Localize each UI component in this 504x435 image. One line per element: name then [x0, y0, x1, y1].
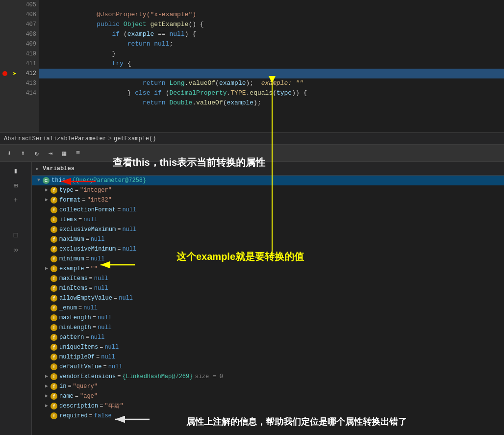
var-item-multipleOf[interactable]: ▶ f multipleOf = null — [32, 352, 504, 362]
var-item-required[interactable]: ▶ f required = false — [32, 411, 504, 421]
var-item-description[interactable]: ▶ f description = "年龄" — [32, 401, 504, 411]
var-item-allowEmptyValue[interactable]: ▶ f allowEmptyValue = null — [32, 293, 504, 303]
var-item-type[interactable]: ▶ f type = "integer" — [32, 185, 504, 195]
type-icon-minitems: f — [50, 285, 57, 292]
type-icon-exmin: f — [50, 246, 57, 253]
step-out-button[interactable]: ↻ — [31, 148, 42, 158]
type-icon-desc: f — [50, 403, 57, 409]
var-item-name[interactable]: ▶ f name = "age" — [32, 391, 504, 401]
expand-type[interactable]: ▶ — [44, 187, 50, 193]
type-icon-exmax: f — [50, 226, 57, 233]
expand-format[interactable]: ▶ — [44, 197, 50, 203]
breadcrumb-separator: > — [108, 135, 112, 142]
linenum-407: 407 — [25, 20, 36, 29]
var-item-items[interactable]: ▶ f items = null — [32, 215, 504, 225]
linenum-410: 410 — [25, 49, 36, 59]
panel-title: Variables — [43, 165, 75, 172]
var-item-in[interactable]: ▶ f in = "query" — [32, 382, 504, 391]
var-item-maxLength[interactable]: ▶ f maxLength = null — [32, 313, 504, 323]
code-line-411: if (BaseIntegerProperty.TYPE.equals(type… — [39, 59, 504, 69]
main-container: ➤ 405 406 407 408 409 410 411 412 413 41… — [0, 0, 504, 435]
var-item-uniqueItems[interactable]: ▶ f uniqueItems = null — [32, 342, 504, 352]
filter-icon[interactable]: ⊞ — [9, 179, 23, 192]
var-item-defaultValue[interactable]: ▶ f defaultValue = null — [32, 362, 504, 372]
code-line-414: return Double.valueOf(example); — [39, 88, 504, 98]
line-numbers: 405 406 407 408 409 410 411 412 413 414 — [20, 0, 39, 132]
var-item-exclusiveMinimum[interactable]: ▶ f exclusiveMinimum = null — [32, 244, 504, 254]
step-into-button[interactable]: ⬆ — [18, 148, 28, 158]
var-item-pattern[interactable]: ▶ f pattern = null — [32, 333, 504, 342]
type-icon-example: f — [50, 265, 57, 272]
code-lines: @JsonProperty("x-example") public Object… — [39, 0, 504, 98]
left-icon-panel: ▮ ⊞ + □ ∞ — [0, 162, 32, 435]
var-item-enum[interactable]: ▶ f _enum = null — [32, 303, 504, 313]
var-item-exclusiveMaximum[interactable]: ▶ f exclusiveMaximum = null — [32, 225, 504, 234]
type-icon-default: f — [50, 363, 57, 370]
expand-vendor[interactable]: ▶ — [44, 374, 50, 380]
code-line-412: return Long.valueOf(example); example: "… — [39, 69, 504, 78]
bottom-panel: ▮ ⊞ + □ ∞ ▶ Variables ▼ C this = — [0, 162, 504, 435]
breadcrumb: AbstractSerializableParameter > getExamp… — [0, 132, 504, 144]
code-line-409: } — [39, 39, 504, 49]
expand-example[interactable]: ▶ — [44, 266, 50, 272]
linenum-405: 405 — [25, 0, 36, 10]
debug-toolbar: ⬇ ⬆ ↻ ⇥ ▦ ≡ — [0, 144, 504, 162]
var-item-minimum[interactable]: ▶ f minimum = null — [32, 254, 504, 264]
type-icon-required: f — [50, 412, 57, 419]
linenum-414: 414 — [25, 88, 36, 98]
var-item-collectionFormat[interactable]: ▶ f collectionFormat = null — [32, 205, 504, 215]
type-icon-items: f — [50, 216, 57, 223]
breadcrumb-part2: getExample() — [114, 135, 156, 142]
code-line-405: @JsonProperty("x-example") — [39, 0, 504, 10]
debug-arrow: ➤ — [13, 70, 17, 78]
arrow-column: ➤ — [10, 0, 20, 132]
var-item-maxItems[interactable]: ▶ f maxItems = null — [32, 274, 504, 283]
type-icon-minlen: f — [50, 324, 57, 331]
expand-description[interactable]: ▶ — [44, 403, 50, 409]
panel-header: ▶ Variables — [32, 162, 504, 176]
expand-name[interactable]: ▶ — [44, 393, 50, 399]
type-icon-vendor: f — [50, 373, 57, 380]
variables-list[interactable]: ▼ C this = {QueryParameter@7258} ▶ f typ… — [32, 176, 504, 435]
code-line-413: } else if (DecimalProperty.TYPE.equals(t… — [39, 78, 504, 88]
collapse-icon[interactable]: ▶ — [36, 166, 39, 172]
variables-icon[interactable]: ▮ — [9, 164, 23, 178]
resume-button[interactable]: ⇥ — [45, 148, 56, 158]
code-line-406: public Object getExample() { — [39, 10, 504, 20]
linenum-409: 409 — [25, 39, 36, 49]
var-item-maximum[interactable]: ▶ f maximum = null — [32, 234, 504, 244]
var-item-format[interactable]: ▶ f format = "int32" — [32, 195, 504, 205]
linenum-406: 406 — [25, 10, 36, 20]
settings-button[interactable]: ≡ — [73, 148, 83, 158]
expand-this[interactable]: ▼ — [36, 178, 42, 183]
step-over-button[interactable]: ⬇ — [4, 148, 15, 158]
line-gutter: ➤ 405 406 407 408 409 410 411 412 413 41… — [0, 0, 39, 132]
frames-button[interactable]: ▦ — [59, 148, 70, 158]
add-watch-icon[interactable]: + — [9, 193, 23, 207]
type-icon-aev: f — [50, 295, 57, 302]
var-item-minItems[interactable]: ▶ f minItems = null — [32, 283, 504, 293]
code-line-408: return null; — [39, 29, 504, 39]
var-item-example[interactable]: ▶ f example = "" — [32, 264, 504, 274]
var-item-vendorExtensions[interactable]: ▶ f vendorExtensions = {LinkedHashMap@72… — [32, 372, 504, 382]
breakpoint-column — [0, 0, 10, 132]
type-icon-name: f — [50, 393, 57, 400]
type-icon-min: f — [50, 256, 57, 262]
bp-cell-412[interactable] — [2, 69, 7, 78]
breadcrumb-part1: AbstractSerializableParameter — [4, 135, 106, 142]
panel-icon-1[interactable]: □ — [9, 229, 23, 242]
type-icon-unique: f — [50, 344, 57, 351]
type-icon-maxlen: f — [50, 314, 57, 321]
code-content: @JsonProperty("x-example") public Object… — [39, 0, 504, 132]
expand-in[interactable]: ▶ — [44, 384, 50, 389]
var-item-minLength[interactable]: ▶ f minLength = null — [32, 323, 504, 333]
linenum-411: 411 — [25, 59, 36, 69]
type-icon-enum: f — [50, 305, 57, 311]
linenum-412: 412 — [25, 69, 36, 78]
linenum-413: 413 — [25, 78, 36, 88]
arrow-412: ➤ — [13, 69, 17, 78]
type-icon-multipleof: f — [50, 354, 57, 360]
panel-icon-2[interactable]: ∞ — [9, 243, 23, 257]
type-icon-maxitems: f — [50, 275, 57, 282]
var-item-this[interactable]: ▼ C this = {QueryParameter@7258} — [32, 176, 504, 185]
